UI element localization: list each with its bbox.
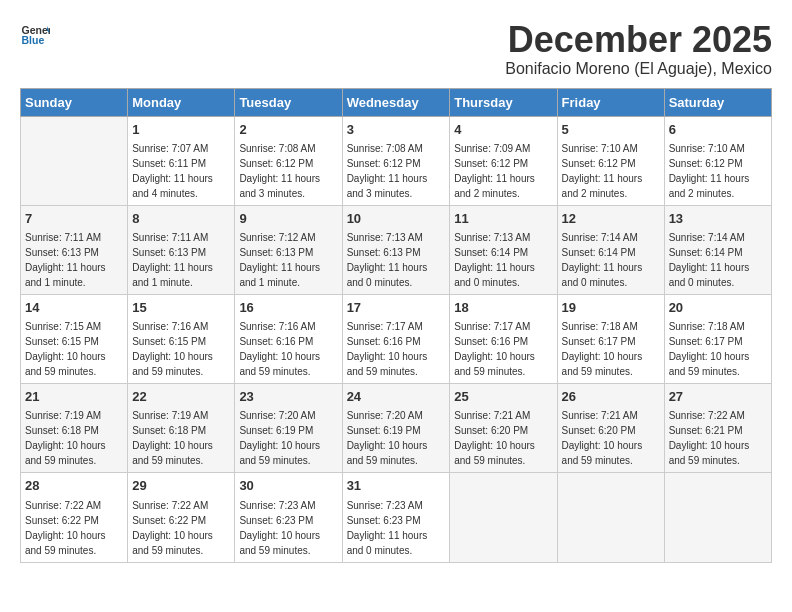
day-number: 3 — [347, 121, 446, 139]
weekday-header-monday: Monday — [128, 88, 235, 116]
calendar-cell: 8Sunrise: 7:11 AM Sunset: 6:13 PM Daylig… — [128, 205, 235, 294]
weekday-header-friday: Friday — [557, 88, 664, 116]
day-number: 15 — [132, 299, 230, 317]
day-info: Sunrise: 7:17 AM Sunset: 6:16 PM Dayligh… — [347, 321, 428, 377]
logo: General Blue — [20, 20, 50, 50]
logo-icon: General Blue — [20, 20, 50, 50]
calendar-week-row: 21Sunrise: 7:19 AM Sunset: 6:18 PM Dayli… — [21, 384, 772, 473]
calendar-cell: 25Sunrise: 7:21 AM Sunset: 6:20 PM Dayli… — [450, 384, 557, 473]
calendar-cell: 14Sunrise: 7:15 AM Sunset: 6:15 PM Dayli… — [21, 294, 128, 383]
weekday-header-wednesday: Wednesday — [342, 88, 450, 116]
weekday-header-thursday: Thursday — [450, 88, 557, 116]
day-info: Sunrise: 7:22 AM Sunset: 6:22 PM Dayligh… — [132, 500, 213, 556]
day-info: Sunrise: 7:23 AM Sunset: 6:23 PM Dayligh… — [239, 500, 320, 556]
weekday-header-row: SundayMondayTuesdayWednesdayThursdayFrid… — [21, 88, 772, 116]
day-number: 16 — [239, 299, 337, 317]
calendar-cell: 17Sunrise: 7:17 AM Sunset: 6:16 PM Dayli… — [342, 294, 450, 383]
calendar-cell: 16Sunrise: 7:16 AM Sunset: 6:16 PM Dayli… — [235, 294, 342, 383]
day-number: 24 — [347, 388, 446, 406]
day-number: 7 — [25, 210, 123, 228]
day-number: 10 — [347, 210, 446, 228]
calendar-title: December 2025 — [505, 20, 772, 60]
day-number: 5 — [562, 121, 660, 139]
calendar-cell — [557, 473, 664, 562]
day-info: Sunrise: 7:14 AM Sunset: 6:14 PM Dayligh… — [669, 232, 750, 288]
day-info: Sunrise: 7:14 AM Sunset: 6:14 PM Dayligh… — [562, 232, 643, 288]
day-number: 21 — [25, 388, 123, 406]
day-number: 26 — [562, 388, 660, 406]
day-info: Sunrise: 7:12 AM Sunset: 6:13 PM Dayligh… — [239, 232, 320, 288]
day-info: Sunrise: 7:21 AM Sunset: 6:20 PM Dayligh… — [454, 410, 535, 466]
day-info: Sunrise: 7:17 AM Sunset: 6:16 PM Dayligh… — [454, 321, 535, 377]
day-info: Sunrise: 7:19 AM Sunset: 6:18 PM Dayligh… — [25, 410, 106, 466]
day-number: 19 — [562, 299, 660, 317]
day-info: Sunrise: 7:21 AM Sunset: 6:20 PM Dayligh… — [562, 410, 643, 466]
day-number: 28 — [25, 477, 123, 495]
calendar-cell: 22Sunrise: 7:19 AM Sunset: 6:18 PM Dayli… — [128, 384, 235, 473]
day-number: 4 — [454, 121, 552, 139]
calendar-cell: 2Sunrise: 7:08 AM Sunset: 6:12 PM Daylig… — [235, 116, 342, 205]
day-info: Sunrise: 7:16 AM Sunset: 6:15 PM Dayligh… — [132, 321, 213, 377]
day-info: Sunrise: 7:18 AM Sunset: 6:17 PM Dayligh… — [669, 321, 750, 377]
day-info: Sunrise: 7:19 AM Sunset: 6:18 PM Dayligh… — [132, 410, 213, 466]
calendar-week-row: 7Sunrise: 7:11 AM Sunset: 6:13 PM Daylig… — [21, 205, 772, 294]
calendar-week-row: 28Sunrise: 7:22 AM Sunset: 6:22 PM Dayli… — [21, 473, 772, 562]
calendar-cell: 19Sunrise: 7:18 AM Sunset: 6:17 PM Dayli… — [557, 294, 664, 383]
day-number: 25 — [454, 388, 552, 406]
calendar-cell — [664, 473, 771, 562]
calendar-cell: 26Sunrise: 7:21 AM Sunset: 6:20 PM Dayli… — [557, 384, 664, 473]
day-number: 8 — [132, 210, 230, 228]
day-info: Sunrise: 7:16 AM Sunset: 6:16 PM Dayligh… — [239, 321, 320, 377]
day-number: 31 — [347, 477, 446, 495]
day-info: Sunrise: 7:18 AM Sunset: 6:17 PM Dayligh… — [562, 321, 643, 377]
calendar-cell: 27Sunrise: 7:22 AM Sunset: 6:21 PM Dayli… — [664, 384, 771, 473]
day-info: Sunrise: 7:23 AM Sunset: 6:23 PM Dayligh… — [347, 500, 428, 556]
day-info: Sunrise: 7:11 AM Sunset: 6:13 PM Dayligh… — [25, 232, 106, 288]
day-info: Sunrise: 7:20 AM Sunset: 6:19 PM Dayligh… — [347, 410, 428, 466]
calendar-cell: 12Sunrise: 7:14 AM Sunset: 6:14 PM Dayli… — [557, 205, 664, 294]
day-info: Sunrise: 7:09 AM Sunset: 6:12 PM Dayligh… — [454, 143, 535, 199]
calendar-subtitle: Bonifacio Moreno (El Aguaje), Mexico — [505, 60, 772, 78]
day-info: Sunrise: 7:11 AM Sunset: 6:13 PM Dayligh… — [132, 232, 213, 288]
day-info: Sunrise: 7:10 AM Sunset: 6:12 PM Dayligh… — [669, 143, 750, 199]
calendar-week-row: 14Sunrise: 7:15 AM Sunset: 6:15 PM Dayli… — [21, 294, 772, 383]
weekday-header-tuesday: Tuesday — [235, 88, 342, 116]
day-info: Sunrise: 7:07 AM Sunset: 6:11 PM Dayligh… — [132, 143, 213, 199]
day-info: Sunrise: 7:22 AM Sunset: 6:22 PM Dayligh… — [25, 500, 106, 556]
page-header: General Blue December 2025 Bonifacio Mor… — [20, 20, 772, 78]
calendar-table: SundayMondayTuesdayWednesdayThursdayFrid… — [20, 88, 772, 563]
calendar-cell: 3Sunrise: 7:08 AM Sunset: 6:12 PM Daylig… — [342, 116, 450, 205]
day-number: 30 — [239, 477, 337, 495]
day-number: 17 — [347, 299, 446, 317]
day-number: 23 — [239, 388, 337, 406]
calendar-cell: 1Sunrise: 7:07 AM Sunset: 6:11 PM Daylig… — [128, 116, 235, 205]
day-number: 9 — [239, 210, 337, 228]
calendar-cell: 11Sunrise: 7:13 AM Sunset: 6:14 PM Dayli… — [450, 205, 557, 294]
day-number: 27 — [669, 388, 767, 406]
day-number: 6 — [669, 121, 767, 139]
day-number: 11 — [454, 210, 552, 228]
day-number: 1 — [132, 121, 230, 139]
calendar-cell: 6Sunrise: 7:10 AM Sunset: 6:12 PM Daylig… — [664, 116, 771, 205]
weekday-header-sunday: Sunday — [21, 88, 128, 116]
calendar-cell: 30Sunrise: 7:23 AM Sunset: 6:23 PM Dayli… — [235, 473, 342, 562]
day-info: Sunrise: 7:13 AM Sunset: 6:14 PM Dayligh… — [454, 232, 535, 288]
title-block: December 2025 Bonifacio Moreno (El Aguaj… — [505, 20, 772, 78]
day-number: 13 — [669, 210, 767, 228]
day-number: 20 — [669, 299, 767, 317]
calendar-cell: 5Sunrise: 7:10 AM Sunset: 6:12 PM Daylig… — [557, 116, 664, 205]
day-info: Sunrise: 7:22 AM Sunset: 6:21 PM Dayligh… — [669, 410, 750, 466]
svg-text:Blue: Blue — [22, 34, 45, 46]
day-info: Sunrise: 7:08 AM Sunset: 6:12 PM Dayligh… — [347, 143, 428, 199]
calendar-cell — [21, 116, 128, 205]
day-info: Sunrise: 7:13 AM Sunset: 6:13 PM Dayligh… — [347, 232, 428, 288]
calendar-cell: 28Sunrise: 7:22 AM Sunset: 6:22 PM Dayli… — [21, 473, 128, 562]
day-info: Sunrise: 7:20 AM Sunset: 6:19 PM Dayligh… — [239, 410, 320, 466]
calendar-cell: 7Sunrise: 7:11 AM Sunset: 6:13 PM Daylig… — [21, 205, 128, 294]
day-number: 2 — [239, 121, 337, 139]
day-info: Sunrise: 7:10 AM Sunset: 6:12 PM Dayligh… — [562, 143, 643, 199]
calendar-cell: 21Sunrise: 7:19 AM Sunset: 6:18 PM Dayli… — [21, 384, 128, 473]
day-number: 22 — [132, 388, 230, 406]
calendar-cell: 13Sunrise: 7:14 AM Sunset: 6:14 PM Dayli… — [664, 205, 771, 294]
calendar-cell: 24Sunrise: 7:20 AM Sunset: 6:19 PM Dayli… — [342, 384, 450, 473]
